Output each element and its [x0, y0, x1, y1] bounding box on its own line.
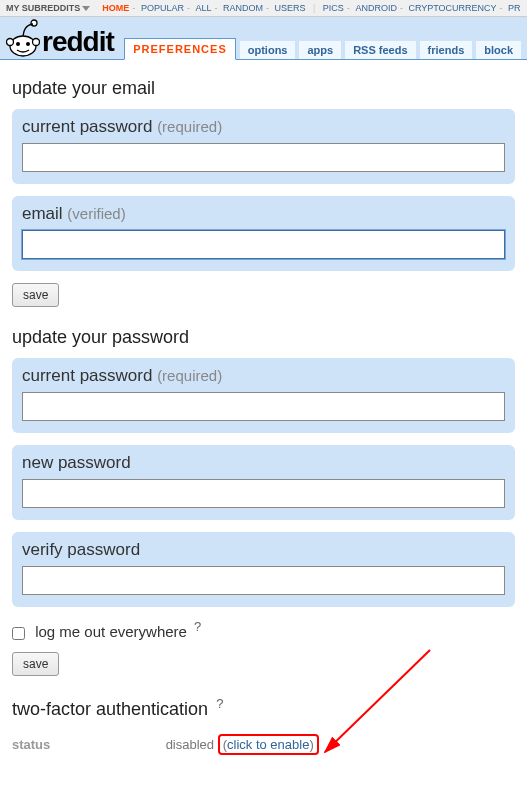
svg-point-2: [7, 39, 14, 46]
tfa-heading: two-factor authentication ?: [12, 696, 515, 720]
tab-friends[interactable]: friends: [420, 41, 473, 59]
tab-bar: PREFERENCES options apps RSS feeds frien…: [124, 37, 521, 59]
tab-preferences[interactable]: PREFERENCES: [124, 38, 236, 60]
sub-pics[interactable]: PICS: [323, 3, 344, 13]
save-email-button[interactable]: save: [12, 283, 59, 307]
page-header: reddit PREFERENCES options apps RSS feed…: [0, 17, 527, 60]
update-password-heading: update your password: [12, 327, 515, 348]
svg-point-5: [26, 42, 30, 46]
tfa-title: two-factor authentication: [12, 699, 208, 719]
logout-everywhere-checkbox[interactable]: [12, 627, 25, 640]
my-subs-label[interactable]: MY SUBREDDITS: [6, 3, 80, 13]
subreddit-bar: MY SUBREDDITS HOME- POPULAR- ALL- RANDOM…: [0, 0, 527, 17]
nav-all[interactable]: ALL: [195, 3, 211, 13]
logout-everywhere-label: log me out everywhere: [35, 623, 187, 640]
svg-point-1: [10, 36, 36, 56]
field-hint: (verified): [67, 205, 125, 222]
main-content: update your email current password (requ…: [0, 60, 527, 767]
pw-current-password-input[interactable]: [22, 392, 505, 421]
brand-text: reddit: [42, 28, 114, 56]
chevron-down-icon[interactable]: [82, 6, 90, 11]
annotation-highlight: (click to enable): [218, 734, 319, 755]
tab-options[interactable]: options: [240, 41, 296, 59]
verify-password-input[interactable]: [22, 566, 505, 595]
email-current-password-input[interactable]: [22, 143, 505, 172]
reddit-logo[interactable]: reddit: [6, 19, 114, 59]
status-label: status: [12, 737, 162, 752]
field-label: current password: [22, 366, 152, 385]
field-label: verify password: [22, 540, 140, 559]
help-icon[interactable]: ?: [216, 696, 223, 711]
svg-point-4: [16, 42, 20, 46]
nav-popular[interactable]: POPULAR: [141, 3, 184, 13]
tfa-status-row: status disabled (click to enable): [12, 734, 515, 755]
email-input[interactable]: [22, 230, 505, 259]
tab-blocked[interactable]: block: [476, 41, 521, 59]
email-field: email (verified): [12, 196, 515, 271]
svg-point-0: [31, 20, 37, 26]
nav-home[interactable]: HOME: [102, 3, 129, 13]
sub-android[interactable]: ANDROID: [355, 3, 397, 13]
save-password-button[interactable]: save: [12, 652, 59, 676]
field-label: current password: [22, 117, 152, 136]
status-value: disabled: [166, 737, 214, 752]
email-current-password-field: current password (required): [12, 109, 515, 184]
field-label: new password: [22, 453, 131, 472]
nav-users[interactable]: USERS: [274, 3, 305, 13]
new-password-input[interactable]: [22, 479, 505, 508]
enable-tfa-link[interactable]: click to enable: [227, 737, 309, 752]
field-hint: (required): [157, 118, 222, 135]
help-icon[interactable]: ?: [194, 619, 201, 634]
sub-more[interactable]: PR: [508, 3, 521, 13]
nav-random[interactable]: RANDOM: [223, 3, 263, 13]
svg-point-3: [33, 39, 40, 46]
tab-rss[interactable]: RSS feeds: [345, 41, 415, 59]
field-hint: (required): [157, 367, 222, 384]
update-email-heading: update your email: [12, 78, 515, 99]
field-label: email: [22, 204, 63, 223]
pw-current-password-field: current password (required): [12, 358, 515, 433]
new-password-field: new password: [12, 445, 515, 520]
sub-crypto[interactable]: CRYPTOCURRENCY: [408, 3, 496, 13]
tab-apps[interactable]: apps: [299, 41, 341, 59]
logout-everywhere-row: log me out everywhere ?: [12, 619, 515, 640]
snoo-icon: [6, 19, 40, 59]
verify-password-field: verify password: [12, 532, 515, 607]
